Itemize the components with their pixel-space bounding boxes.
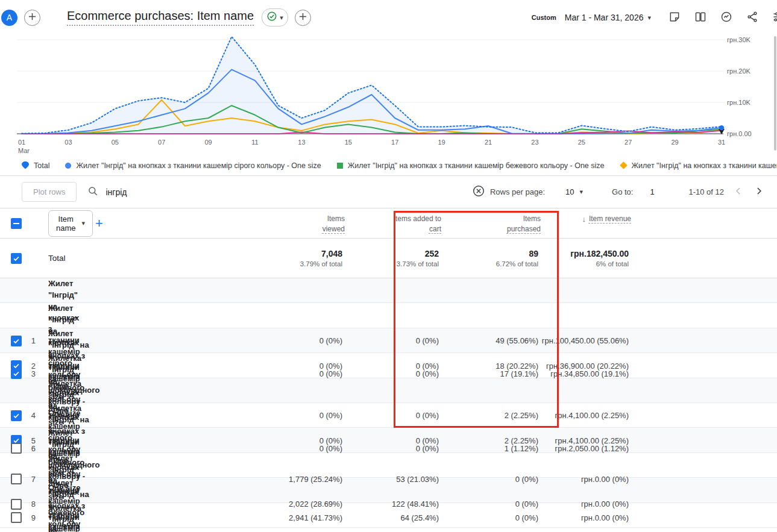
table-row[interactable]: 10Жилетка "Інгрід" на кнопках з тканини … bbox=[0, 503, 777, 528]
chevron-right-icon bbox=[753, 185, 765, 199]
date-range-type: Custom bbox=[532, 14, 556, 21]
chart-legend: TotalЖилет "Інгрід" на кнопках з тканини… bbox=[0, 155, 777, 176]
date-range-selector[interactable]: Mar 1 - Mar 31, 2026 ▾ bbox=[561, 12, 655, 23]
ga4-report-page: A Ecommerce purchases: Item name ▾ Custo… bbox=[0, 0, 777, 532]
total-items-purchased: 896.72% of total bbox=[441, 239, 541, 278]
next-page-button[interactable] bbox=[753, 185, 765, 199]
report-title[interactable]: Ecommerce purchases: Item name bbox=[67, 9, 254, 26]
customize-report-button[interactable] bbox=[772, 11, 777, 25]
svg-text:09: 09 bbox=[204, 139, 212, 146]
chevron-left-icon bbox=[732, 185, 744, 199]
chevron-down-icon: ▾ bbox=[647, 14, 651, 21]
column-header-text: Items bbox=[523, 214, 541, 224]
table-row[interactable]: 5Жилетка "Інгрід" на кнопках з тканини к… bbox=[0, 378, 777, 403]
scrollbar-thumb[interactable] bbox=[774, 36, 776, 151]
search-input[interactable]: інгрід bbox=[105, 187, 127, 197]
svg-text:07: 07 bbox=[158, 139, 165, 146]
column-header-text: purchased bbox=[507, 224, 541, 234]
comparison-button[interactable] bbox=[694, 11, 706, 25]
legend-label: Жилет "Інгрід" на кнопках з тканини каше… bbox=[632, 161, 777, 170]
svg-text:грн.20K: грн.20K bbox=[727, 67, 750, 75]
svg-text:25: 25 bbox=[578, 139, 585, 146]
svg-text:29: 29 bbox=[671, 139, 678, 146]
svg-text:01: 01 bbox=[18, 139, 25, 146]
svg-text:19: 19 bbox=[438, 139, 445, 146]
table-row[interactable]: 2Жилет "Інгрід" на кнопках з тканини каш… bbox=[0, 303, 777, 328]
table-search[interactable]: інгрід bbox=[87, 186, 472, 199]
total-row-checkbox[interactable] bbox=[11, 253, 22, 264]
svg-text:13: 13 bbox=[298, 139, 305, 146]
account-avatar[interactable]: A bbox=[1, 10, 17, 26]
svg-text:грн.30K: грн.30K bbox=[727, 36, 750, 43]
pick-legend-icon bbox=[22, 161, 29, 169]
column-header-items-purchased[interactable]: Items purchased bbox=[441, 208, 541, 238]
sort-descending-icon: ↓ bbox=[582, 214, 586, 224]
svg-text:11: 11 bbox=[251, 139, 258, 146]
rows-per-page-select[interactable]: 10 ▾ bbox=[565, 187, 583, 196]
search-icon bbox=[87, 186, 98, 199]
table-row[interactable]: 7Жилет "Інгрід" на кнопках з тканини каш… bbox=[0, 428, 777, 452]
chevron-down-icon: ▾ bbox=[280, 14, 283, 21]
total-items-viewed: 7,0483.79% of total bbox=[61, 239, 345, 278]
previous-page-button[interactable] bbox=[732, 185, 744, 199]
column-header-text: Items added to bbox=[394, 214, 441, 224]
svg-text:Mar: Mar bbox=[18, 147, 30, 154]
table-row[interactable]: 8Жилет "Інгрід" на кнопках з тканини каш… bbox=[0, 453, 777, 478]
items-added-to-cart-value: 5 (1.98%) bbox=[345, 503, 441, 532]
column-header-item-revenue[interactable]: ↓ Item revenue bbox=[541, 208, 631, 238]
add-button-left[interactable] bbox=[24, 10, 40, 26]
table-row[interactable]: 3Жилет "Інгрід" на кнопках з тканини каш… bbox=[0, 328, 777, 353]
svg-text:грн.10K: грн.10K bbox=[727, 99, 750, 106]
items-purchased-value: 0 (0%) bbox=[441, 503, 541, 532]
rows-per-page-value: 10 bbox=[565, 187, 574, 196]
share-icon bbox=[746, 11, 758, 25]
svg-text:27: 27 bbox=[624, 139, 632, 146]
goto-input[interactable]: 1 bbox=[650, 187, 658, 196]
clear-search-button[interactable] bbox=[472, 184, 485, 199]
legend-item[interactable]: Жилет "Інгрід" на кнопках з тканини каше… bbox=[620, 161, 777, 170]
legend-label: Жилет "Інгрід" на кнопках з тканини каше… bbox=[348, 161, 605, 170]
plus-icon bbox=[299, 13, 307, 22]
customize-icon bbox=[772, 11, 777, 25]
svg-text:21: 21 bbox=[485, 139, 492, 146]
close-circle-icon bbox=[472, 184, 485, 199]
svg-text:17: 17 bbox=[391, 139, 398, 146]
goto-label: Go to: bbox=[612, 187, 633, 196]
table-row[interactable]: 6Жилетка "Інгрід" на кнопках з тканини к… bbox=[0, 403, 777, 428]
notes-button[interactable] bbox=[668, 11, 681, 25]
pagination-range: 1-10 of 12 bbox=[688, 187, 724, 196]
legend-item[interactable]: Жилет "Інгрід" на кнопках з тканини каше… bbox=[337, 161, 605, 170]
share-button[interactable] bbox=[746, 11, 758, 25]
legend-item[interactable]: Жилет "Інгрід" на кнопках з тканини каше… bbox=[65, 161, 321, 170]
timeseries-chart-area: грн.30Kгрн.20Kгрн.10Kгрн.0.0001Mar030507… bbox=[0, 35, 777, 155]
plus-icon bbox=[28, 13, 36, 22]
top-bar: A Ecommerce purchases: Item name ▾ Custo… bbox=[0, 0, 777, 35]
total-item-revenue: грн.182,450.006% of total bbox=[541, 239, 631, 278]
select-all-checkbox[interactable] bbox=[11, 218, 22, 229]
items-viewed-value: 88 (1.25%) bbox=[61, 503, 345, 532]
table-header: Item name ▾ + Items viewed Items added t… bbox=[0, 208, 777, 239]
check-circle-icon bbox=[266, 11, 277, 24]
insights-button[interactable] bbox=[720, 11, 732, 25]
column-header-items-added-to-cart[interactable]: Items added to cart bbox=[345, 208, 441, 238]
timeseries-chart[interactable]: грн.30Kгрн.20Kгрн.10Kгрн.0.0001Mar030507… bbox=[0, 35, 777, 155]
legend-label: Total bbox=[34, 161, 49, 170]
table-row[interactable]: 9Жилет "Інгрід" на кнопках з тканини каш… bbox=[0, 478, 777, 502]
item-revenue-value: грн.0.00 (0%) bbox=[541, 503, 631, 532]
column-header-items-viewed[interactable]: Items viewed bbox=[61, 208, 345, 238]
notes-icon bbox=[668, 11, 681, 25]
column-header-text: Item revenue bbox=[589, 214, 631, 224]
add-comparison-button[interactable] bbox=[295, 10, 311, 26]
plot-rows-button[interactable]: Plot rows bbox=[22, 182, 77, 202]
report-status-badge[interactable]: ▾ bbox=[262, 8, 288, 27]
svg-text:05: 05 bbox=[112, 139, 119, 146]
legend-label: Жилет "Інгрід" на кнопках з тканини каше… bbox=[76, 161, 321, 170]
circle-legend-icon bbox=[65, 163, 71, 169]
legend-item[interactable]: Total bbox=[22, 161, 49, 170]
chevron-down-icon: ▾ bbox=[580, 189, 584, 195]
table-row[interactable]: 1Жилет "Інгрід" на кнопках з тканини каш… bbox=[0, 278, 777, 303]
table-row[interactable]: 4Жилетка "Інгрід" на кнопках з тканини к… bbox=[0, 353, 777, 378]
table-body: 1Жилет "Інгрід" на кнопках з тканини каш… bbox=[0, 278, 777, 528]
diamond-legend-icon bbox=[620, 161, 628, 169]
svg-text:31: 31 bbox=[718, 139, 725, 146]
